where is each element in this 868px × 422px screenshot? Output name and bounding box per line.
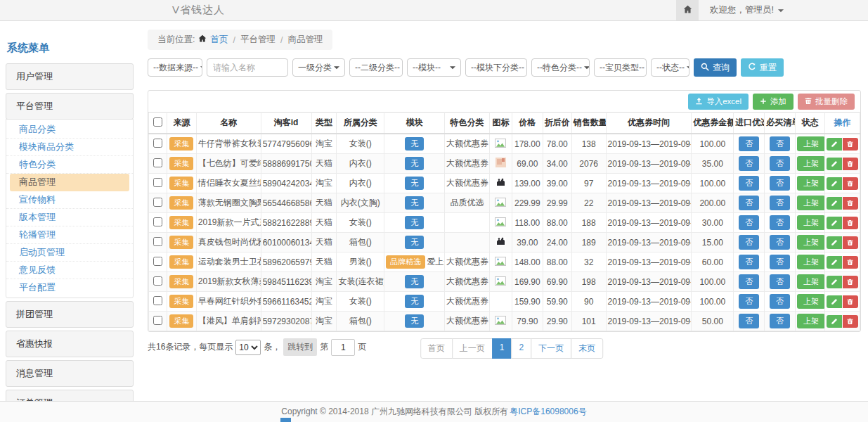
- sidebar-item-user-management[interactable]: 用户管理: [6, 63, 134, 90]
- row-checkbox[interactable]: [153, 178, 162, 187]
- item-type-select[interactable]: --宝贝类型--: [594, 58, 647, 77]
- import-pick-toggle[interactable]: 否: [739, 235, 759, 250]
- home-button[interactable]: [676, 0, 699, 20]
- row-checkbox[interactable]: [153, 316, 162, 325]
- import-pick-toggle[interactable]: 否: [739, 314, 759, 328]
- sidebar-subitem[interactable]: 版本管理: [6, 209, 133, 226]
- batch-delete-button[interactable]: 批量删除: [798, 94, 855, 110]
- edit-button[interactable]: [827, 138, 842, 151]
- status-select[interactable]: --状态--: [651, 58, 689, 77]
- delete-button[interactable]: [843, 256, 858, 269]
- sidebar-subitem[interactable]: 平台配置: [6, 279, 133, 296]
- must-buy-toggle[interactable]: 否: [770, 136, 790, 151]
- per-page-select[interactable]: 10: [235, 340, 261, 355]
- icp-link[interactable]: 粤ICP备16098006号: [510, 406, 586, 418]
- feature-category-select[interactable]: --特色分类--: [531, 58, 590, 77]
- status-button[interactable]: 上架: [797, 274, 824, 289]
- delete-button[interactable]: [843, 158, 858, 170]
- sidebar-subitem[interactable]: 宣传物料: [6, 191, 133, 209]
- sidebar-item[interactable]: 省惠快报: [6, 331, 134, 357]
- must-buy-toggle[interactable]: 否: [770, 294, 790, 309]
- status-button[interactable]: 上架: [797, 176, 824, 191]
- row-checkbox[interactable]: [153, 198, 162, 207]
- status-button[interactable]: 上架: [797, 235, 824, 250]
- edit-button[interactable]: [827, 315, 842, 328]
- level2-category-select[interactable]: --二级分类--: [349, 58, 403, 77]
- delete-button[interactable]: [843, 217, 858, 229]
- status-button[interactable]: 上架: [797, 156, 824, 171]
- import-pick-toggle[interactable]: 否: [739, 274, 759, 289]
- pager-button[interactable]: 2: [511, 338, 531, 359]
- status-button[interactable]: 上架: [797, 215, 824, 230]
- search-button[interactable]: 查询: [694, 58, 737, 77]
- row-checkbox[interactable]: [153, 296, 162, 305]
- edit-button[interactable]: [827, 177, 842, 190]
- status-button[interactable]: 上架: [797, 314, 824, 328]
- row-checkbox[interactable]: [153, 237, 162, 246]
- delete-button[interactable]: [843, 236, 858, 249]
- import-pick-toggle[interactable]: 否: [739, 255, 759, 269]
- edit-button[interactable]: [827, 256, 842, 269]
- delete-button[interactable]: [843, 197, 858, 210]
- edit-button[interactable]: [827, 217, 842, 229]
- page-number-input[interactable]: [331, 339, 355, 356]
- jump-to-button[interactable]: 跳转到: [283, 338, 317, 356]
- sidebar-subitem[interactable]: 商品管理: [10, 174, 129, 191]
- row-checkbox[interactable]: [153, 158, 162, 167]
- must-buy-toggle[interactable]: 否: [770, 196, 790, 210]
- import-pick-toggle[interactable]: 否: [739, 176, 759, 191]
- import-pick-toggle[interactable]: 否: [739, 215, 759, 230]
- name-search-input[interactable]: [207, 58, 288, 77]
- select-all-checkbox[interactable]: [153, 117, 162, 127]
- delete-button[interactable]: [843, 276, 858, 288]
- must-buy-toggle[interactable]: 否: [770, 274, 790, 289]
- add-button[interactable]: 添加: [753, 94, 793, 110]
- pager-button[interactable]: 1: [492, 338, 512, 359]
- level1-category-select[interactable]: 一级分类: [292, 58, 345, 77]
- status-button[interactable]: 上架: [797, 294, 824, 309]
- sidebar-subitem[interactable]: 特色分类: [6, 156, 133, 174]
- module-sub-category-select[interactable]: --模块下分类--: [465, 58, 527, 77]
- status-button[interactable]: 上架: [797, 255, 824, 269]
- must-buy-toggle[interactable]: 否: [770, 215, 790, 230]
- sidebar-item[interactable]: 消息管理: [6, 360, 134, 387]
- status-button[interactable]: 上架: [797, 136, 824, 151]
- import-pick-toggle[interactable]: 否: [739, 294, 759, 309]
- data-source-select[interactable]: --数据来源--: [148, 58, 202, 77]
- row-checkbox[interactable]: [153, 257, 162, 266]
- pager-button[interactable]: 下一页: [531, 338, 571, 359]
- edit-button[interactable]: [827, 276, 842, 288]
- edit-button[interactable]: [827, 295, 842, 308]
- must-buy-toggle[interactable]: 否: [770, 314, 790, 328]
- delete-button[interactable]: [843, 177, 858, 190]
- import-pick-toggle[interactable]: 否: [739, 156, 759, 171]
- row-checkbox[interactable]: [153, 276, 162, 286]
- must-buy-toggle[interactable]: 否: [770, 156, 790, 171]
- edit-button[interactable]: [827, 158, 842, 170]
- sidebar-item[interactable]: 拼团管理: [6, 301, 134, 328]
- breadcrumb-home-link[interactable]: 首页: [210, 34, 228, 46]
- row-checkbox[interactable]: [153, 217, 162, 226]
- sidebar-subitem[interactable]: 轮播管理: [6, 226, 133, 244]
- import-excel-button[interactable]: 导入excel: [688, 94, 749, 110]
- must-buy-toggle[interactable]: 否: [770, 255, 790, 269]
- user-menu[interactable]: 欢迎您，管理员!: [699, 0, 868, 20]
- delete-button[interactable]: [843, 295, 858, 308]
- must-buy-toggle[interactable]: 否: [770, 176, 790, 191]
- import-pick-toggle[interactable]: 否: [739, 136, 759, 151]
- import-pick-toggle[interactable]: 否: [739, 196, 759, 210]
- delete-button[interactable]: [843, 315, 858, 328]
- must-buy-toggle[interactable]: 否: [770, 235, 790, 250]
- module-select[interactable]: --模块--: [407, 58, 461, 77]
- edit-button[interactable]: [827, 197, 842, 210]
- reset-button[interactable]: 重置: [741, 58, 784, 77]
- sidebar-item-platform-management[interactable]: 平台管理: [6, 93, 134, 120]
- edit-button[interactable]: [827, 236, 842, 249]
- status-button[interactable]: 上架: [797, 196, 824, 210]
- sidebar-subitem[interactable]: 模块商品分类: [6, 139, 133, 156]
- delete-button[interactable]: [843, 138, 858, 151]
- row-checkbox[interactable]: [153, 139, 162, 148]
- sidebar-subitem[interactable]: 意见反馈: [6, 262, 133, 279]
- sidebar-subitem[interactable]: 商品分类: [6, 121, 133, 139]
- sidebar-subitem[interactable]: 启动页管理: [6, 244, 133, 262]
